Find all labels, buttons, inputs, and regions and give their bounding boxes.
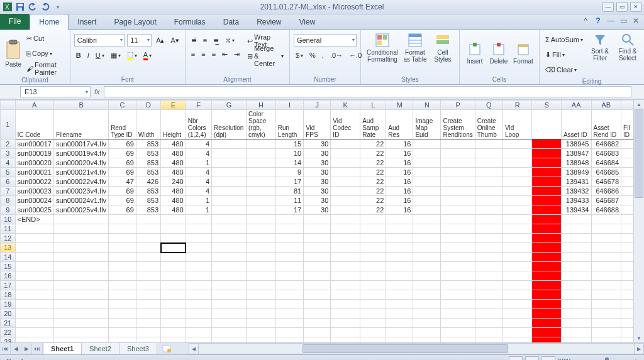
row-header-2[interactable]: 2 xyxy=(1,139,16,149)
cell[interactable] xyxy=(136,328,160,337)
cell[interactable] xyxy=(413,205,441,215)
cell[interactable]: 16 xyxy=(386,139,413,149)
sheet-next-icon[interactable]: ▶ xyxy=(21,343,32,354)
cell[interactable] xyxy=(136,337,160,343)
increase-decimal-icon[interactable]: .0→ xyxy=(328,51,345,60)
cell[interactable]: 22 xyxy=(360,149,386,158)
cell[interactable] xyxy=(561,309,591,319)
cell[interactable] xyxy=(413,271,441,281)
cell[interactable] xyxy=(475,243,502,253)
cell[interactable] xyxy=(247,205,276,215)
cell[interactable] xyxy=(212,168,247,177)
cell[interactable]: sun000023v4.flv xyxy=(54,187,109,196)
cell[interactable]: 22 xyxy=(360,177,386,187)
cell[interactable] xyxy=(186,262,211,271)
cell[interactable] xyxy=(136,234,160,243)
cell[interactable]: 138949 xyxy=(561,168,591,177)
cell[interactable] xyxy=(503,139,532,149)
cell[interactable] xyxy=(386,262,413,271)
cell[interactable] xyxy=(212,300,247,309)
cell[interactable] xyxy=(621,158,634,168)
minimize-button[interactable]: — xyxy=(602,2,614,12)
italic-button[interactable]: I xyxy=(86,51,91,60)
cell[interactable] xyxy=(247,224,276,234)
cell[interactable] xyxy=(54,319,109,328)
header-cell[interactable]: Create System Renditions xyxy=(441,110,475,139)
cell[interactable]: 646682 xyxy=(591,139,621,149)
cell[interactable] xyxy=(413,253,441,262)
cell[interactable] xyxy=(331,215,360,224)
cell[interactable] xyxy=(591,253,621,262)
cell[interactable] xyxy=(247,328,276,337)
cell[interactable]: 30 xyxy=(304,149,331,158)
cell[interactable] xyxy=(15,300,53,309)
cell[interactable] xyxy=(247,139,276,149)
cell[interactable] xyxy=(413,328,441,337)
cell[interactable] xyxy=(186,328,211,337)
cell[interactable] xyxy=(413,177,441,187)
cell[interactable] xyxy=(441,224,475,234)
cell[interactable] xyxy=(413,149,441,158)
cell[interactable] xyxy=(331,205,360,215)
cell[interactable] xyxy=(186,234,211,243)
tab-data[interactable]: Data xyxy=(214,14,248,30)
cell[interactable]: 22 xyxy=(360,139,386,149)
cell[interactable]: sun000020v4.flv xyxy=(54,158,109,168)
page-layout-view-icon[interactable] xyxy=(525,356,539,360)
row-header-12[interactable]: 12 xyxy=(1,234,16,243)
cell[interactable] xyxy=(54,243,109,253)
cell[interactable] xyxy=(475,177,502,187)
sheet-first-icon[interactable]: ⏮ xyxy=(0,343,11,354)
cell[interactable] xyxy=(161,319,186,328)
cell[interactable] xyxy=(532,328,562,337)
cell[interactable] xyxy=(503,224,532,234)
cell[interactable] xyxy=(331,158,360,168)
cell[interactable] xyxy=(503,290,532,300)
tab-home[interactable]: Home xyxy=(30,14,69,30)
row-header-14[interactable]: 14 xyxy=(1,253,16,262)
cell[interactable] xyxy=(413,337,441,343)
cell[interactable]: 646678 xyxy=(591,177,621,187)
underline-button[interactable]: U▾ xyxy=(94,51,106,60)
cell[interactable] xyxy=(54,215,109,224)
cell[interactable] xyxy=(247,253,276,262)
cell[interactable] xyxy=(621,215,634,224)
cell[interactable] xyxy=(136,319,160,328)
decrease-font-icon[interactable]: A▾ xyxy=(169,36,181,45)
row-header-20[interactable]: 20 xyxy=(1,309,16,319)
cell[interactable] xyxy=(413,187,441,196)
row-header-10[interactable]: 10 xyxy=(1,215,16,224)
cell[interactable]: 646685 xyxy=(591,168,621,177)
cell[interactable] xyxy=(331,234,360,243)
column-header-G[interactable]: G xyxy=(212,101,247,110)
cell[interactable] xyxy=(386,215,413,224)
cell[interactable] xyxy=(247,196,276,205)
fill-button[interactable]: ⬇Fill▾ xyxy=(543,48,585,62)
cell[interactable] xyxy=(475,328,502,337)
cell[interactable] xyxy=(413,309,441,319)
column-header-D[interactable]: D xyxy=(136,101,160,110)
cell[interactable]: 1 xyxy=(186,196,211,205)
header-cell[interactable]: Filename xyxy=(54,110,109,139)
cell[interactable]: 69 xyxy=(109,205,136,215)
cell[interactable] xyxy=(15,271,53,281)
cell[interactable] xyxy=(247,271,276,281)
cell[interactable] xyxy=(186,243,211,253)
tab-review[interactable]: Review xyxy=(248,14,290,30)
cell[interactable]: 30 xyxy=(304,177,331,187)
cut-button[interactable]: ✂Cut xyxy=(25,31,66,45)
comma-format-icon[interactable]: , xyxy=(320,51,326,60)
cell[interactable] xyxy=(413,234,441,243)
row-header-21[interactable]: 21 xyxy=(1,319,16,328)
cell[interactable] xyxy=(331,243,360,253)
cell[interactable]: 139433 xyxy=(561,196,591,205)
cell[interactable] xyxy=(331,337,360,343)
cell[interactable] xyxy=(136,262,160,271)
column-header-E[interactable]: E xyxy=(161,101,186,110)
cell[interactable] xyxy=(441,243,475,253)
cell[interactable] xyxy=(621,271,634,281)
cell[interactable] xyxy=(247,149,276,158)
column-header-AB[interactable]: AB xyxy=(591,101,621,110)
cell[interactable] xyxy=(161,234,186,243)
cell[interactable] xyxy=(591,224,621,234)
